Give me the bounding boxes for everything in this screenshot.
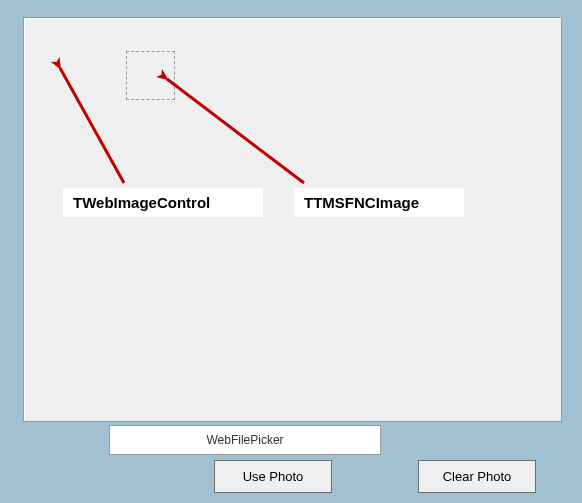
label-web-image-control: TWebImageControl	[63, 188, 263, 217]
label-fnc-image: TTMSFNCImage	[294, 188, 464, 217]
web-file-picker[interactable]: WebFilePicker	[109, 425, 381, 455]
svg-line-1	[167, 79, 304, 183]
button-label: Clear Photo	[443, 469, 512, 484]
main-panel: TWebImageControl TTMSFNCImage	[23, 17, 562, 422]
clear-photo-button[interactable]: Clear Photo	[418, 460, 536, 493]
button-label: Use Photo	[243, 469, 304, 484]
use-photo-button[interactable]: Use Photo	[214, 460, 332, 493]
svg-line-0	[60, 68, 124, 183]
annotation-arrows	[24, 18, 561, 421]
file-picker-label: WebFilePicker	[206, 433, 283, 447]
label-text: TTMSFNCImage	[304, 194, 419, 211]
label-text: TWebImageControl	[73, 194, 210, 211]
image-placeholder	[126, 51, 175, 100]
